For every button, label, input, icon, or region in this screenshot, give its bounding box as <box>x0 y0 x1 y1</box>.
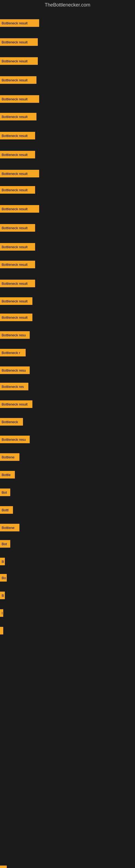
bar-row-12: Bottleneck result <box>0 243 35 251</box>
bottleneck-bar[interactable]: Bottleneck result <box>0 95 39 103</box>
bottleneck-bar[interactable]: Bottleneck result <box>0 314 32 321</box>
bottleneck-bar[interactable]: Bottleneck result <box>0 76 37 84</box>
bar-row-9: Bottleneck result <box>0 186 35 194</box>
bar-row-32: B <box>0 592 5 599</box>
bar-row-0: Bottleneck result <box>0 19 39 27</box>
bar-row-15: Bottleneck result <box>0 297 32 305</box>
bar-row-14: Bottleneck result <box>0 280 35 287</box>
bottleneck-bar[interactable]: Bottleneck result <box>0 224 35 231</box>
bottleneck-bar[interactable]: Bottlene <box>0 453 19 461</box>
bar-row-28: Bottlene <box>0 524 19 531</box>
bar-row-30: B <box>0 558 5 565</box>
bar-row-29: Bot <box>0 540 10 548</box>
bar-row-7: Bottleneck result <box>0 151 35 158</box>
bottleneck-bar[interactable]: Bottleneck result <box>0 170 39 177</box>
bottleneck-bar[interactable]: Bot <box>0 540 10 548</box>
bar-row-34 <box>0 627 3 634</box>
bar-row-26: Bot <box>0 489 10 496</box>
bottleneck-bar[interactable]: Bottl <box>0 506 13 514</box>
bottleneck-bar[interactable]: Bottleneck result <box>0 261 35 268</box>
bottleneck-bar[interactable]: Bottlene <box>0 524 19 531</box>
bar-row-35: Bo <box>0 866 7 868</box>
bottleneck-bar[interactable]: Bottleneck result <box>0 132 35 140</box>
bottleneck-bar[interactable]: I <box>0 609 3 617</box>
bottleneck-bar[interactable]: Bottleneck r <box>0 349 26 356</box>
bar-row-23: Bottleneck resu <box>0 436 30 443</box>
bottleneck-bar[interactable]: Bottleneck result <box>0 113 37 120</box>
bottleneck-bar[interactable]: B <box>0 592 5 599</box>
bar-row-11: Bottleneck result <box>0 224 35 231</box>
bar-row-3: Bottleneck result <box>0 76 37 84</box>
bar-row-24: Bottlene <box>0 453 19 461</box>
bar-row-4: Bottleneck result <box>0 95 39 103</box>
bottleneck-bar[interactable]: Bottleneck result <box>0 280 35 287</box>
bar-row-18: Bottleneck r <box>0 349 26 356</box>
bottleneck-bar[interactable]: Bottleneck result <box>0 19 39 27</box>
bottleneck-bar[interactable]: Bottleneck res <box>0 383 28 390</box>
site-title: TheBottlenecker.com <box>0 0 135 11</box>
bottleneck-bar[interactable]: Bottleneck result <box>0 57 38 65</box>
bar-row-8: Bottleneck result <box>0 170 39 177</box>
bar-row-31: Bo <box>0 574 7 582</box>
bottleneck-bar[interactable]: Bottleneck result <box>0 186 35 194</box>
bottleneck-bar[interactable]: Bottleneck result <box>0 38 38 46</box>
bar-row-17: Bottleneck resu <box>0 331 30 339</box>
bar-row-33: I <box>0 609 3 617</box>
bottleneck-bar[interactable] <box>0 627 3 634</box>
bottleneck-bar[interactable]: Bottleneck <box>0 418 23 426</box>
bar-row-27: Bottl <box>0 506 13 514</box>
bottleneck-bar[interactable]: Bottleneck result <box>0 400 32 408</box>
bar-row-1: Bottleneck result <box>0 38 38 46</box>
bottleneck-bar[interactable]: Bottle <box>0 471 15 478</box>
bottleneck-bar[interactable]: Bottleneck result <box>0 205 39 213</box>
bar-row-10: Bottleneck result <box>0 205 39 213</box>
bar-row-6: Bottleneck result <box>0 132 35 140</box>
bottleneck-bar[interactable]: Bot <box>0 489 10 496</box>
bar-row-21: Bottleneck result <box>0 400 32 408</box>
bar-row-2: Bottleneck result <box>0 57 38 65</box>
bar-row-25: Bottle <box>0 471 15 478</box>
bar-row-22: Bottleneck <box>0 418 23 426</box>
bottleneck-bar[interactable]: Bo <box>0 866 7 868</box>
bar-row-16: Bottleneck result <box>0 314 32 321</box>
bar-row-20: Bottleneck res <box>0 383 28 390</box>
bottleneck-bar[interactable]: Bottleneck result <box>0 243 35 251</box>
bottleneck-bar[interactable]: Bottleneck resu <box>0 331 30 339</box>
bar-row-13: Bottleneck result <box>0 261 35 268</box>
bottleneck-bar[interactable]: B <box>0 558 5 565</box>
bar-row-5: Bottleneck result <box>0 113 37 120</box>
bottleneck-bar[interactable]: Bottleneck result <box>0 297 32 305</box>
bottleneck-bar[interactable]: Bottleneck result <box>0 151 35 158</box>
bottleneck-bar[interactable]: Bottleneck resu <box>0 367 30 374</box>
bottleneck-bar[interactable]: Bottleneck resu <box>0 436 30 443</box>
bar-row-19: Bottleneck resu <box>0 367 30 374</box>
bottleneck-bar[interactable]: Bo <box>0 574 7 582</box>
